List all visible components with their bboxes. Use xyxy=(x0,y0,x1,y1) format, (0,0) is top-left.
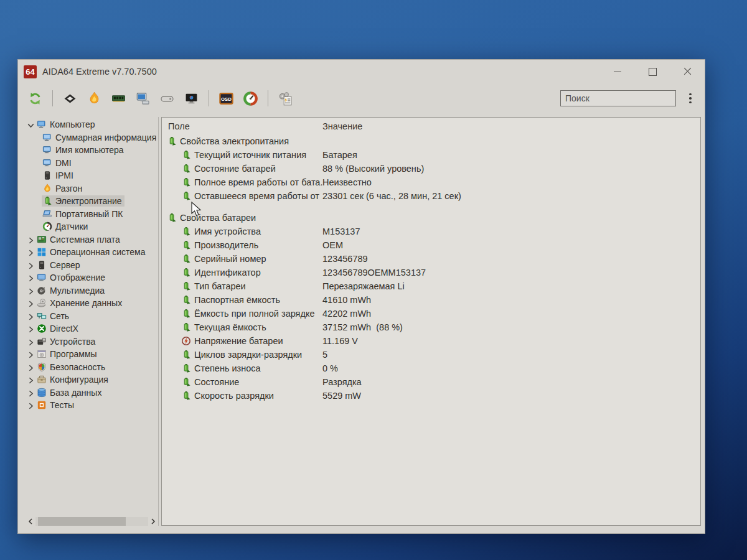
sidebar-item-11[interactable]: Сервер xyxy=(26,259,158,272)
sidebar-item-18[interactable]: Программы xyxy=(26,348,158,361)
sidebar-item-body[interactable]: Разгон xyxy=(42,183,85,194)
table-row[interactable]: Состояние батарей88 % (Высокий уровень) xyxy=(162,162,700,175)
chevron-right-icon[interactable] xyxy=(26,312,36,320)
sidebar-item-body[interactable]: Имя компьютера xyxy=(42,144,126,156)
chevron-right-icon[interactable] xyxy=(26,261,36,269)
table-row[interactable]: Оставшееся время работы от ...23301 сек … xyxy=(162,189,700,203)
sidebar-item-body[interactable]: Программы xyxy=(36,348,100,360)
scrollbar-thumb[interactable] xyxy=(38,517,126,526)
toolbar-overflow-button[interactable] xyxy=(685,93,696,103)
sidebar-item-2[interactable]: Имя компьютера xyxy=(26,144,158,157)
table-row[interactable]: Тип батареиПерезаряжаемая Li xyxy=(162,279,700,293)
sidebar-item-7[interactable]: Портативный ПК xyxy=(26,208,158,221)
toolbar-computer-button[interactable] xyxy=(133,88,152,108)
sidebar-item-17[interactable]: Устройства xyxy=(26,335,158,348)
chevron-right-icon[interactable] xyxy=(26,337,36,346)
sidebar-item-10[interactable]: Операционная система xyxy=(26,246,158,259)
toolbar-report-button[interactable] xyxy=(276,88,294,108)
sidebar-item-12[interactable]: Отображение xyxy=(26,271,158,284)
sidebar-item-20[interactable]: Конфигурация xyxy=(26,373,158,386)
table-row[interactable]: Полное время работы от бата...Неизвестно xyxy=(162,175,700,189)
toolbar-memory-button[interactable] xyxy=(109,88,128,108)
sidebar-item-body[interactable]: Компьютер xyxy=(36,119,97,130)
chevron-right-icon[interactable] xyxy=(26,363,36,371)
sidebar-item-body[interactable]: Хранение данных xyxy=(36,297,125,309)
table-row[interactable]: Степень износа0 % xyxy=(162,362,700,375)
sidebar-item-body[interactable]: Сеть xyxy=(36,310,72,322)
scrollbar-track[interactable] xyxy=(35,517,148,526)
chevron-right-icon[interactable] xyxy=(26,286,36,295)
table-row[interactable]: Циклов зарядки-разрядки5 xyxy=(162,348,700,362)
sidebar-item-14[interactable]: Хранение данных xyxy=(26,297,158,310)
column-header-field[interactable]: Поле xyxy=(162,121,322,131)
chevron-right-icon[interactable] xyxy=(26,235,36,244)
chevron-right-icon[interactable] xyxy=(26,324,36,333)
sidebar-item-body[interactable]: Безопасность xyxy=(36,362,108,373)
sidebar-item-body[interactable]: Сервер xyxy=(36,259,83,271)
sidebar-item-body[interactable]: DMI xyxy=(42,157,74,169)
sidebar-item-8[interactable]: Датчики xyxy=(26,220,158,233)
sidebar-item-16[interactable]: DirectX xyxy=(26,322,158,335)
sidebar-item-22[interactable]: Тесты xyxy=(26,399,158,412)
column-header-value[interactable]: Значение xyxy=(322,121,700,131)
table-row[interactable]: Напряжение батареи11.169 V xyxy=(162,334,700,348)
sidebar-item-body[interactable]: Отображение xyxy=(36,272,108,283)
toolbar-cpu-diamond-button[interactable] xyxy=(60,88,79,108)
sidebar-item-body[interactable]: Конфигурация xyxy=(36,374,111,385)
sidebar-item-1[interactable]: Суммарная информация xyxy=(26,131,158,144)
close-button[interactable] xyxy=(670,60,705,83)
chevron-right-icon[interactable] xyxy=(26,299,36,307)
table-row[interactable]: Серийный номер123456789 xyxy=(162,252,700,266)
scroll-left-button[interactable] xyxy=(26,517,35,526)
search-input[interactable] xyxy=(560,90,676,106)
toolbar-osd-button[interactable]: OSD xyxy=(217,88,235,108)
sidebar-item-body[interactable]: База данных xyxy=(36,387,104,398)
panel-splitter[interactable] xyxy=(158,117,159,526)
table-row[interactable]: Текущая ёмкость37152 mWh (88 %) xyxy=(162,320,700,334)
sidebar-item-body[interactable]: Операционная система xyxy=(36,246,148,258)
chevron-down-icon[interactable] xyxy=(26,120,36,129)
sidebar-item-3[interactable]: DMI xyxy=(26,157,158,170)
sidebar-item-4[interactable]: IPMI xyxy=(26,169,158,182)
minimize-button[interactable] xyxy=(600,60,635,83)
sidebar-item-body[interactable]: Датчики xyxy=(42,221,90,232)
sidebar-item-5[interactable]: Разгон xyxy=(26,182,158,195)
maximize-button[interactable] xyxy=(635,60,670,83)
sidebar-item-21[interactable]: База данных xyxy=(26,386,158,399)
toolbar-overclock-flame-button[interactable] xyxy=(85,88,103,108)
table-row[interactable]: ПроизводительOEM xyxy=(162,238,700,252)
chevron-right-icon[interactable] xyxy=(26,375,36,384)
sidebar-item-15[interactable]: Сеть xyxy=(26,310,158,323)
sidebar-item-body[interactable]: DirectX xyxy=(36,323,81,334)
section-header-row[interactable]: Свойства батареи xyxy=(162,211,700,225)
chevron-right-icon[interactable] xyxy=(26,350,36,358)
sidebar-item-body[interactable]: Системная плата xyxy=(36,234,123,245)
toolbar-display-black-button[interactable] xyxy=(182,88,200,108)
section-header-row[interactable]: Свойства электропитания xyxy=(162,134,700,148)
table-row[interactable]: Идентификатор123456789OEMM153137 xyxy=(162,266,700,279)
table-row[interactable]: Имя устройстваM153137 xyxy=(162,225,700,238)
sidebar-item-body[interactable]: Суммарная информация xyxy=(42,132,158,143)
sidebar-item-body[interactable]: IPMI xyxy=(42,170,76,181)
sidebar-item-9[interactable]: Системная плата xyxy=(26,233,158,246)
sidebar-horizontal-scrollbar[interactable] xyxy=(26,517,158,526)
table-row[interactable]: Текущий источник питанияБатарея xyxy=(162,148,700,162)
sidebar-item-6[interactable]: Электропитание xyxy=(26,195,158,208)
toolbar-benchmark-gauge-button[interactable] xyxy=(241,88,260,108)
sidebar-item-13[interactable]: Мультимедиа xyxy=(26,284,158,297)
sidebar-item-0[interactable]: Компьютер xyxy=(26,118,158,131)
table-row[interactable]: Скорость разрядки5529 mW xyxy=(162,389,700,403)
sidebar-item-body[interactable]: Устройства xyxy=(36,336,98,347)
table-row[interactable]: Паспортная ёмкость41610 mWh xyxy=(162,293,700,307)
sidebar-item-body-selected[interactable]: Электропитание xyxy=(42,195,125,207)
sidebar-item-body[interactable]: Тесты xyxy=(36,399,77,411)
sidebar-item-19[interactable]: Безопасность xyxy=(26,361,158,374)
scroll-right-button[interactable] xyxy=(148,517,158,526)
chevron-right-icon[interactable] xyxy=(26,248,36,256)
title-bar[interactable]: 64 AIDA64 Extreme v7.70.7500 xyxy=(18,60,705,83)
chevron-right-icon[interactable] xyxy=(26,273,36,282)
toolbar-refresh-button[interactable] xyxy=(26,88,44,108)
toolbar-disk-button[interactable] xyxy=(157,88,176,108)
chevron-right-icon[interactable] xyxy=(26,401,36,409)
chevron-right-icon[interactable] xyxy=(26,388,36,397)
